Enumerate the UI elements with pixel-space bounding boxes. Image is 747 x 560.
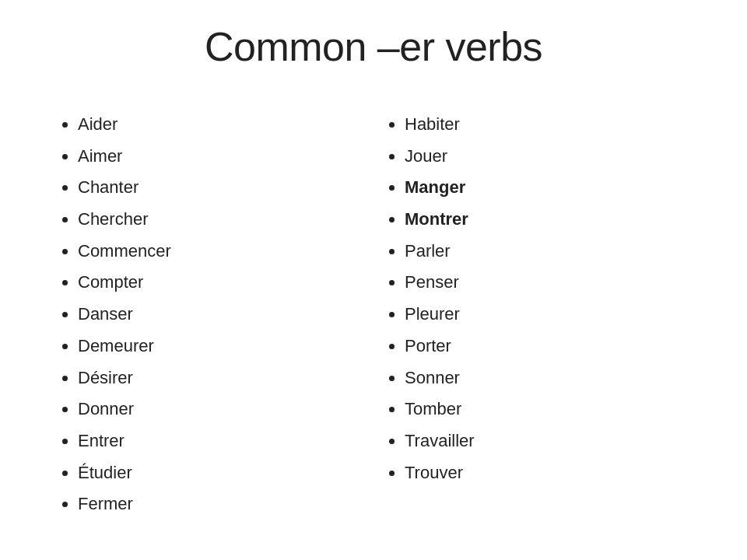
list-item: Donner — [78, 394, 374, 425]
list-item: Compter — [78, 267, 374, 299]
left-list: AiderAimerChanterChercherCommencerCompte… — [62, 109, 374, 520]
list-item: Commencer — [78, 236, 374, 268]
list-item: Chanter — [78, 172, 374, 204]
list-item: Aider — [78, 109, 374, 141]
page-title: Common –er verbs — [47, 23, 700, 70]
list-item: Chercher — [78, 204, 374, 236]
list-item: Entrer — [78, 425, 374, 457]
list-item: Sonner — [405, 362, 700, 394]
list-item: Montrer — [405, 204, 700, 236]
list-item: Pleurer — [405, 299, 700, 331]
right-list: HabiterJouerMangerMontrerParlerPenserPle… — [389, 109, 700, 488]
list-item: Penser — [405, 267, 700, 299]
list-item: Porter — [405, 331, 700, 362]
list-item: Jouer — [405, 141, 700, 173]
list-item: Manger — [405, 172, 700, 204]
list-item: Aimer — [78, 141, 374, 173]
list-item: Tomber — [405, 394, 700, 425]
list-item: Danser — [78, 299, 374, 331]
list-item: Parler — [405, 236, 700, 268]
list-item: Habiter — [405, 109, 700, 141]
page: Common –er verbs AiderAimerChanterCherch… — [0, 0, 747, 560]
list-item: Trouver — [405, 457, 700, 489]
list-item: Demeurer — [78, 331, 374, 362]
list-item: Fermer — [78, 488, 374, 520]
list-item: Étudier — [78, 457, 374, 489]
right-column: HabiterJouerMangerMontrerParlerPenserPle… — [374, 109, 700, 529]
columns-container: AiderAimerChanterChercherCommencerCompte… — [47, 109, 700, 529]
list-item: Désirer — [78, 362, 374, 394]
left-column: AiderAimerChanterChercherCommencerCompte… — [47, 109, 374, 529]
list-item: Travailler — [405, 425, 700, 457]
